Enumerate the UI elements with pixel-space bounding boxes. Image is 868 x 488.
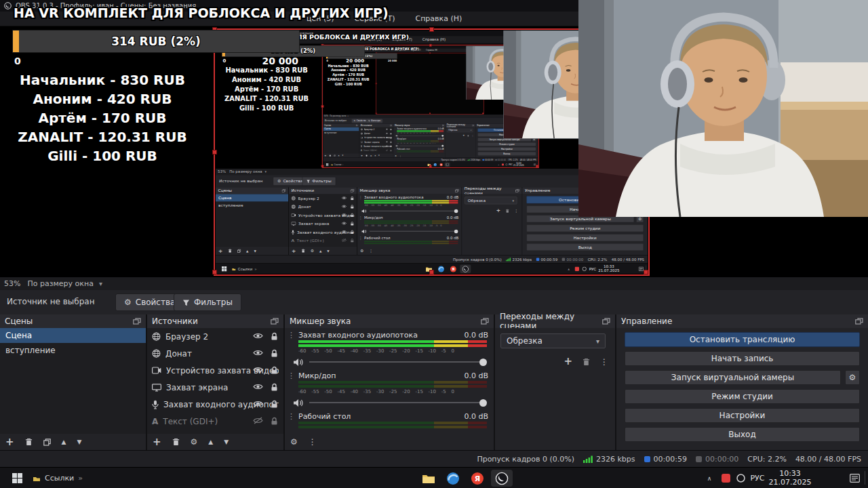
source-item: Донат — [289, 203, 357, 211]
zoom-fit-select[interactable]: По размеру окна ▾ — [27, 279, 102, 288]
language-indicator[interactable]: РУС — [747, 468, 768, 488]
add-scene-icon[interactable]: + — [5, 437, 14, 447]
eye-icon[interactable] — [253, 366, 263, 375]
add-transition-icon[interactable]: + — [564, 357, 572, 367]
move-source-down-icon: ▼ — [378, 155, 380, 156]
add-source-icon[interactable]: + — [153, 437, 161, 447]
tray-yandex-icon[interactable] — [719, 468, 732, 488]
bitrate-status: 2326 kbps — [583, 455, 635, 464]
channel-menu-icon[interactable]: ⋮ — [288, 412, 295, 421]
remove-transition-icon — [467, 135, 469, 137]
clock-date: 21.07.2025 — [597, 269, 620, 273]
taskbar-explorer-icon[interactable] — [418, 470, 439, 487]
eye-off-icon[interactable] — [253, 417, 263, 426]
selection-handle[interactable] — [429, 270, 434, 274]
mixer-channel: ⋮ Микр/доп 0.0 dB -60 -55 -50 -45 -40 -3… — [360, 216, 458, 235]
move-source-down-icon[interactable]: ▼ — [224, 439, 229, 445]
speaker-icon[interactable] — [293, 358, 304, 367]
eye-icon — [386, 145, 389, 147]
eye-icon[interactable] — [253, 400, 263, 409]
eye-icon[interactable] — [253, 383, 263, 392]
taskbar-clock: 10:33 21.07.2025 — [597, 264, 620, 273]
virtual-camera-settings-button[interactable]: ⚙ — [845, 370, 860, 385]
source-item-hidden[interactable]: A Текст (GDI+) — [147, 413, 283, 430]
mixer-menu-icon[interactable]: ⋮ — [309, 438, 317, 446]
notification-center-icon[interactable] — [846, 468, 863, 488]
popout-icon[interactable] — [271, 318, 279, 325]
source-item[interactable]: Устройство захвата видео — [147, 362, 283, 379]
virtual-camera-button[interactable]: Запуск виртуальной камеры — [625, 370, 841, 385]
scene-item[interactable]: вступление — [0, 343, 146, 358]
filters-label: Фильтры — [194, 298, 233, 307]
move-source-up-icon[interactable]: ▲ — [208, 439, 213, 445]
transition-select[interactable]: Обрезка ▾ — [500, 333, 606, 348]
transition-props-icon[interactable]: ⋮ — [600, 358, 608, 366]
taskbar-obs-icon[interactable] — [491, 470, 513, 487]
record-time-value: 00:00:00 — [705, 455, 738, 464]
selection-handle[interactable] — [212, 270, 217, 274]
selection-handle[interactable] — [212, 150, 217, 155]
volume-slider[interactable] — [309, 357, 487, 367]
lock-icon[interactable] — [271, 332, 278, 343]
volume-meter — [364, 202, 458, 203]
move-scene-up-icon[interactable]: ▲ — [62, 439, 66, 445]
channel-menu-icon[interactable]: ⋮ — [288, 371, 295, 380]
settings-button[interactable]: Настройки — [625, 408, 860, 423]
links-toolbar[interactable]: Ссылки » — [33, 468, 83, 488]
lock-icon[interactable] — [271, 417, 278, 428]
controls-body: Остановить трансляцию Начать запись Запу… — [616, 328, 868, 450]
taskbar-browser-icon[interactable] — [442, 470, 464, 487]
source-item[interactable]: Захват экрана — [147, 379, 283, 396]
channel-menu-icon[interactable]: ⋮ — [288, 331, 295, 340]
tray-expand-icon[interactable]: ∧ — [703, 468, 716, 488]
selection-handle[interactable] — [429, 27, 434, 32]
lock-icon[interactable] — [271, 400, 278, 411]
chevron-down-icon: ▾ — [512, 199, 514, 202]
clock-time: 10:33 — [768, 469, 812, 478]
start-button[interactable] — [5, 468, 28, 488]
tray-expand-icon: ∧ — [497, 162, 500, 167]
filters-button[interactable]: Фильтры — [174, 293, 241, 311]
popout-icon[interactable] — [481, 318, 489, 325]
chevron-down-icon: ▾ — [265, 170, 267, 174]
remove-scene-icon[interactable] — [25, 438, 33, 446]
lock-icon — [390, 132, 392, 135]
tray-app-icon[interactable] — [734, 468, 747, 488]
eye-icon[interactable] — [253, 349, 263, 359]
source-item[interactable]: Браузер 2 — [147, 328, 283, 345]
transition-props-icon: ⋮ — [471, 135, 473, 137]
show-desktop-divider[interactable] — [865, 471, 865, 485]
remove-transition-icon[interactable] — [583, 358, 590, 366]
taskbar-clock[interactable]: 10:33 21.07.2025 — [768, 469, 812, 487]
exit-button[interactable]: Выход — [625, 427, 860, 442]
menu-item-help[interactable]: Справка (Н) — [415, 14, 462, 23]
studio-mode-button[interactable]: Режим студии — [625, 389, 860, 404]
speaker-icon[interactable] — [293, 399, 304, 407]
volume-slider[interactable] — [309, 398, 487, 407]
popout-icon[interactable] — [133, 318, 141, 325]
scene-item-selected[interactable]: Сцена — [0, 328, 146, 343]
source-item[interactable]: Донат — [147, 345, 283, 362]
remove-source-icon[interactable] — [172, 438, 180, 446]
source-item[interactable]: Захват входного аудиопот — [147, 396, 283, 413]
move-scene-down-icon[interactable]: ▼ — [77, 439, 82, 445]
duplicate-scene-icon[interactable] — [43, 439, 51, 446]
lock-icon[interactable] — [271, 383, 278, 394]
speaker-icon — [395, 144, 398, 146]
mixer-settings-icon[interactable]: ⚙ — [290, 438, 298, 446]
stop-streaming-button[interactable]: Остановить трансляцию — [625, 332, 860, 347]
settings-button: Настройки — [477, 147, 536, 150]
lock-icon[interactable] — [271, 349, 278, 360]
source-properties-icon[interactable]: ⚙ — [191, 438, 198, 446]
mixer-settings-icon: ⚙ — [395, 155, 397, 157]
eye-icon — [342, 213, 347, 218]
selection-handle[interactable] — [644, 270, 648, 274]
start-recording-button[interactable]: Начать запись — [625, 351, 860, 366]
popout-icon[interactable] — [855, 318, 863, 325]
taskbar-yandex-icon[interactable]: Я — [467, 470, 488, 487]
eye-icon[interactable] — [253, 332, 263, 342]
popout-icon[interactable] — [602, 318, 610, 325]
add-source-icon: + — [361, 155, 363, 157]
globe-icon — [361, 128, 363, 130]
lock-icon[interactable] — [271, 366, 278, 377]
